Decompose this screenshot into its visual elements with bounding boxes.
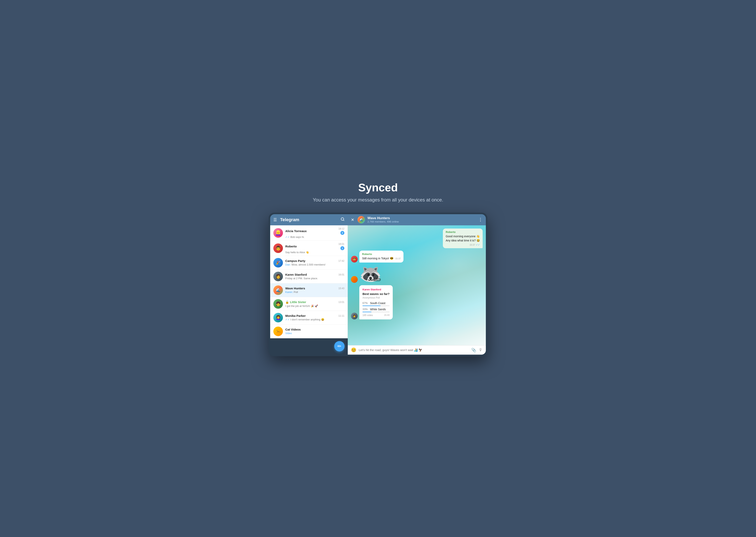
badge-alicia: 2 [340,231,344,235]
chat-item-content-roberto: Roberto 18:01 1 Say hello to Alice 👋 [285,243,344,254]
chat-item-content-campus: Campus Party 17:42 Dan: Wow, almost 2,50… [285,259,344,266]
compose-fab[interactable]: ✏ [334,341,345,351]
cat-video-link: Video [285,332,292,335]
outgoing-text-1: Good morning everyone 👋 [446,234,480,238]
outgoing-message-bubble: Roberto Good morning everyone 👋 Any idea… [443,228,483,248]
item-right-roberto: 18:01 1 [338,243,344,250]
chat-item-content-karen: Karen Stanford 16:01 Friday at 2 PM. Sam… [285,273,344,280]
incoming-sender-1: Roberto [362,253,401,256]
chat-item-top-alicia: Alicia Torreaux 18:12 2 [285,227,344,235]
chat-item-top-roberto: Roberto 18:01 1 [285,243,344,250]
chat-item-time-wave: 15:43 [338,287,344,290]
sidebar-item-cat-videos[interactable]: 🐆 Cat Videos Video [270,325,348,338]
avatar-wave-hunters: 🌊 [273,285,283,295]
chat-item-time-karen: 16:01 [338,273,344,276]
chat-item-preview-alicia: ✓✓ Bob says hi. [285,235,344,238]
outgoing-footer: 15:37 ✓✓ [446,243,480,246]
poll-question: Best waves so far? [362,292,390,296]
hamburger-icon[interactable]: ☰ [273,217,277,222]
chat-item-name-campus: Campus Party [285,259,305,263]
chat-messages: Roberto Good morning everyone 👋 Any idea… [348,225,486,345]
chat-item-content-monika: Monika Parker 11:11 ✓✓ I don't remember … [285,314,344,321]
avatar-campus: 🎉 [273,258,283,268]
sidebar-item-wave-hunters[interactable]: 🌊 Wave Hunters 15:43 Karen: Poll [270,283,348,297]
lock-icon: 🔒 [285,300,289,304]
poll-label-2: White Sands [370,308,386,311]
sticker-time: 15:38 [373,278,381,281]
chat-status: 2,768 members, 496 online [367,220,476,223]
main-content: 👱‍♀️ Alicia Torreaux 18:12 2 [270,225,486,354]
emoji-button[interactable]: 😊 [351,348,356,352]
chat-panel: Roberto Good morning everyone 👋 Any idea… [348,225,486,354]
incoming-avatar-1: 🤠 [351,256,358,263]
chat-item-content-wave: Wave Hunters 15:43 Karen: Poll [285,287,344,294]
outgoing-time: 15:37 [470,244,475,246]
chat-avatar-image: 🌊 [357,216,365,224]
sidebar-item-karen[interactable]: 👩 Karen Stanford 16:01 Friday at 2 PM. S… [270,270,348,283]
device-inner: ☰ Telegram ✕ 🌊 Wave Hunters 2,768 memb [270,214,486,354]
more-icon[interactable]: ⋮ [478,217,483,222]
outgoing-sender: Roberto [446,230,480,233]
chat-item-time-monika: 11:11 [338,314,344,317]
poll-label-1: South Coast [370,302,385,305]
poll-time: 15:43 [384,314,390,317]
mic-button[interactable]: 🎙 [479,348,483,352]
avatar-monika: 👩‍🦱 [273,313,283,322]
search-icon[interactable] [341,217,345,222]
page-title: Synced [358,181,398,194]
chat-item-preview-monika: ✓✓ I don't remember anything 😄 [285,318,344,321]
sidebar-item-alicia[interactable]: 👱‍♀️ Alicia Torreaux 18:12 2 [270,225,348,241]
campus-sender: Dan: [285,263,291,266]
avatar-roberto: 👨 [273,243,283,253]
app-title: Telegram [280,217,337,222]
sticker-avatar [351,276,358,283]
chat-item-preview-roberto: Say hello to Alice 👋 [285,251,344,254]
chat-item-top-campus: Campus Party 17:42 [285,259,344,263]
incoming-time-1: 15:37 [395,257,401,260]
poll-message-row: 👩 Karen Stanford Best waves so far? Anon… [351,285,483,319]
poll-card: Karen Stanford Best waves so far? Anonym… [359,285,393,319]
chat-item-preview-karen: Friday at 2 PM. Same place. [285,277,344,280]
poll-votes: 185 votes [362,314,373,317]
chat-item-top-cat: Cat Videos [285,328,344,331]
poll-option-row-2: 33% White Sands [362,308,390,311]
avatar-sister: 👧 [273,299,283,309]
poll-bar-fill-2 [362,312,371,312]
outgoing-text-2: Any idea what time it is? 😂 [446,238,480,243]
sidebar-item-roberto[interactable]: 👨 Roberto 18:01 1 Say hello to Alice 👋 [270,241,348,256]
attach-button[interactable]: 📎 [471,348,476,352]
chat-name: Wave Hunters [367,216,476,220]
poll-type: Anonymous Poll [362,296,390,299]
wave-sender: Karen: [285,291,293,294]
poll-bar-fill-1 [362,306,381,306]
chat-item-time-campus: 17:42 [338,260,344,262]
close-button[interactable]: ✕ [351,217,354,222]
message-input[interactable] [359,348,469,351]
sidebar-item-campus[interactable]: 🎉 Campus Party 17:42 Dan: Wow, almost 2,… [270,256,348,270]
poll-bar-track-1 [362,306,390,306]
chat-item-name-karen: Karen Stanford [285,273,307,276]
chat-item-preview-campus: Dan: Wow, almost 2,500 members! [285,263,344,266]
sidebar-item-monika[interactable]: 👩‍🦱 Monika Parker 11:11 ✓✓ [270,311,348,325]
chat-avatar: 🌊 [357,216,365,224]
incoming-message-bubble-1: Roberto Still morning in Tokyo! 😎 15:37 [359,251,403,263]
sidebar: 👱‍♀️ Alicia Torreaux 18:12 2 [270,225,348,338]
poll-footer: 185 votes 15:43 [362,314,390,317]
poll-pct-1: 67% [362,302,368,305]
chat-item-preview-sister: I got the job at NASA! 🎉 🚀 [285,305,344,308]
chat-item-top-sister: 🔒 Little Sister 13:01 [285,300,344,304]
item-right-monika: 11:11 [338,314,344,317]
top-bar: ☰ Telegram ✕ 🌊 Wave Hunters 2,768 memb [270,214,486,225]
sticker-area: 🦝 15:38 [351,265,382,283]
chat-item-name-wave: Wave Hunters [285,287,305,290]
chat-item-content-sister: 🔒 Little Sister 13:01 I got the job at N… [285,300,344,308]
poll-option-1: 67% South Coast [362,302,390,306]
incoming-text-1: Still morning in Tokyo! 😎 15:37 [362,256,401,261]
chat-item-top-wave: Wave Hunters 15:43 [285,287,344,290]
sidebar-container: 👱‍♀️ Alicia Torreaux 18:12 2 [270,225,348,354]
sidebar-item-little-sister[interactable]: 👧 🔒 Little Sister 13:01 I got the job at… [270,297,348,311]
chat-item-content-alicia: Alicia Torreaux 18:12 2 ✓✓ Bob says hi. [285,227,344,238]
chat-item-content-cat: Cat Videos Video [285,328,344,335]
chat-item-name-monika: Monika Parker [285,314,306,317]
chat-item-preview-wave: Karen: Poll [285,291,344,294]
